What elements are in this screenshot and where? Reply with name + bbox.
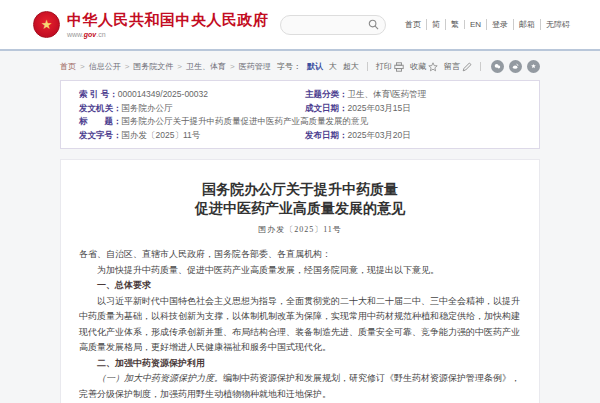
meta-written-date: 成文日期： 2025年03月15日	[305, 102, 521, 116]
search-input[interactable]	[291, 20, 368, 29]
site-url-suffix: .cn	[96, 31, 105, 38]
breadcrumb-toolbar-row: 首页 > 信息公开 > 国务院文件 > 卫生、体育 > 医药管理 字号： 默认 …	[60, 51, 540, 80]
nav-link-mail[interactable]: 邮箱	[513, 19, 540, 30]
breadcrumb-separator: >	[230, 62, 235, 71]
nav-link-english[interactable]: EN	[464, 20, 486, 29]
meta-title: 标 题： 国务院办公厅关于提升中药质量促进中医药产业高质量发展的意见	[79, 115, 521, 129]
font-size-large[interactable]: 大	[329, 61, 337, 72]
meta-publish-date: 发布日期： 2025年03月20日	[305, 129, 521, 143]
nav-link-home[interactable]: 首页	[400, 19, 426, 30]
print-label: 打印	[376, 61, 392, 72]
printer-icon	[394, 62, 404, 72]
site-url: www.gov.cn	[67, 31, 269, 38]
site-logo-text: 中华人民共和国中央人民政府 www.gov.cn	[67, 11, 269, 38]
breadcrumb-home[interactable]: 首页	[60, 61, 76, 72]
intro-paragraph: 为加快提升中药质量、促进中医药产业高质量发展，经国务院同意，现提出以下意见。	[79, 263, 521, 279]
pencil-icon	[462, 62, 472, 72]
section-heading-1: 一、总体要求	[79, 278, 521, 294]
more-share-icon[interactable]	[527, 60, 540, 73]
meta-label: 索 引 号：	[79, 88, 118, 102]
meta-doc-number: 发文字号： 国办发〔2025〕11号	[79, 129, 295, 143]
document-content-box: 国务院办公厅关于提升中药质量 促进中医药产业高质量发展的意见 国办发〔2025〕…	[60, 159, 540, 403]
print-button[interactable]: 打印	[376, 61, 404, 72]
meta-label: 发文字号：	[79, 129, 122, 143]
meta-value: 国办发〔2025〕11号	[122, 129, 201, 143]
breadcrumb-separator: >	[177, 62, 182, 71]
meta-value: 000014349/2025-00032	[118, 88, 208, 102]
nav-link-login[interactable]: 登录	[486, 19, 513, 30]
breadcrumb-separator: >	[80, 62, 85, 71]
breadcrumb-health-sports[interactable]: 卫生、体育	[186, 61, 226, 72]
breadcrumb-separator: >	[125, 62, 130, 71]
document-title: 国务院办公厅关于提升中药质量 促进中医药产业高质量发展的意见	[79, 180, 521, 218]
site-url-prefix: www.	[67, 31, 84, 38]
meta-label: 成文日期：	[305, 102, 348, 116]
document-title-line1: 国务院办公厅关于提升中药质量	[79, 180, 521, 199]
comment-button[interactable]: 留言	[444, 61, 472, 72]
item-lead: （一）加大中药资源保护力度。	[97, 373, 223, 383]
document-body: 各省、自治区、直辖市人民政府，国务院各部委、各直属机构： 为加快提升中药质量、促…	[79, 247, 521, 403]
nav-link-simplified[interactable]: 简	[426, 19, 445, 30]
comment-label: 留言	[444, 61, 460, 72]
site-logo[interactable]: ★ 中华人民共和国中央人民政府 www.gov.cn	[33, 11, 269, 38]
star-icon	[428, 62, 438, 72]
document-title-line2: 促进中医药产业高质量发展的意见	[79, 199, 521, 218]
share-icons-group	[491, 60, 540, 73]
body-paragraph: （一）加大中药资源保护力度。编制中药资源保护和发展规划，研究修订《野生药材资源保…	[79, 371, 521, 402]
nav-link-accessibility[interactable]: 无障碍	[540, 19, 575, 30]
toolbar-divider	[480, 62, 481, 71]
wechat-share-icon[interactable]	[491, 60, 504, 73]
meta-value: 卫生、体育\医药管理	[348, 88, 427, 102]
body-paragraph: 以习近平新时代中国特色社会主义思想为指导，全面贯彻党的二十大和二十届二中、三中全…	[79, 294, 521, 356]
meta-label: 发布日期：	[305, 129, 348, 143]
salutation-paragraph: 各省、自治区、直辖市人民政府，国务院各部委、各直属机构：	[79, 247, 521, 263]
meta-value: 国务院办公厅关于提升中药质量促进中医药产业高质量发展的意见	[122, 115, 369, 129]
font-size-default[interactable]: 默认	[307, 61, 323, 72]
meta-topic-category: 主题分类： 卫生、体育\医药管理	[305, 88, 521, 102]
site-url-gov: gov	[84, 31, 96, 38]
header-right: 首页 简 繁 EN 登录 邮箱 无障碍	[280, 15, 575, 35]
section-heading-2: 二、加强中药资源保护利用	[79, 356, 521, 372]
document-number: 国办发〔2025〕11号	[79, 224, 521, 235]
favorite-button[interactable]: 收藏	[410, 61, 438, 72]
weibo-share-icon[interactable]	[509, 60, 522, 73]
breadcrumb-info-disclosure[interactable]: 信息公开	[89, 61, 121, 72]
nav-link-traditional[interactable]: 繁	[445, 19, 464, 30]
toolbar-divider	[367, 62, 368, 71]
site-title: 中华人民共和国中央人民政府	[67, 11, 269, 30]
meta-label: 主题分类：	[305, 88, 348, 102]
search-icon[interactable]	[368, 19, 379, 30]
meta-value: 国务院办公厅	[122, 102, 173, 116]
meta-issuing-agency: 发文机关： 国务院办公厅	[79, 102, 295, 116]
page-toolbar: 字号： 默认 大 超大 打印 收藏 留言	[277, 60, 540, 73]
meta-label: 发文机关：	[79, 102, 122, 116]
font-size-xlarge[interactable]: 超大	[343, 61, 359, 72]
gov-cn-document-page: ★ 中华人民共和国中央人民政府 www.gov.cn 首页 简 繁 EN 登录 …	[0, 0, 600, 403]
document-meta-box: 索 引 号： 000014349/2025-00032 主题分类： 卫生、体育\…	[60, 80, 540, 149]
meta-value: 2025年03月15日	[348, 102, 411, 116]
font-size-label: 字号：	[277, 61, 301, 72]
breadcrumb-state-council-docs[interactable]: 国务院文件	[133, 61, 173, 72]
meta-value: 2025年03月20日	[348, 129, 411, 143]
breadcrumb: 首页 > 信息公开 > 国务院文件 > 卫生、体育 > 医药管理	[60, 61, 271, 72]
breadcrumb-medicine-admin[interactable]: 医药管理	[239, 61, 271, 72]
top-nav-links: 首页 简 繁 EN 登录 邮箱 无障碍	[400, 19, 575, 30]
meta-index-number: 索 引 号： 000014349/2025-00032	[79, 88, 295, 102]
search-box[interactable]	[280, 15, 386, 35]
national-emblem-icon: ★	[33, 11, 60, 38]
meta-label: 标 题：	[79, 115, 122, 129]
site-header: ★ 中华人民共和国中央人民政府 www.gov.cn 首页 简 繁 EN 登录 …	[0, 0, 600, 51]
favorite-label: 收藏	[410, 61, 426, 72]
